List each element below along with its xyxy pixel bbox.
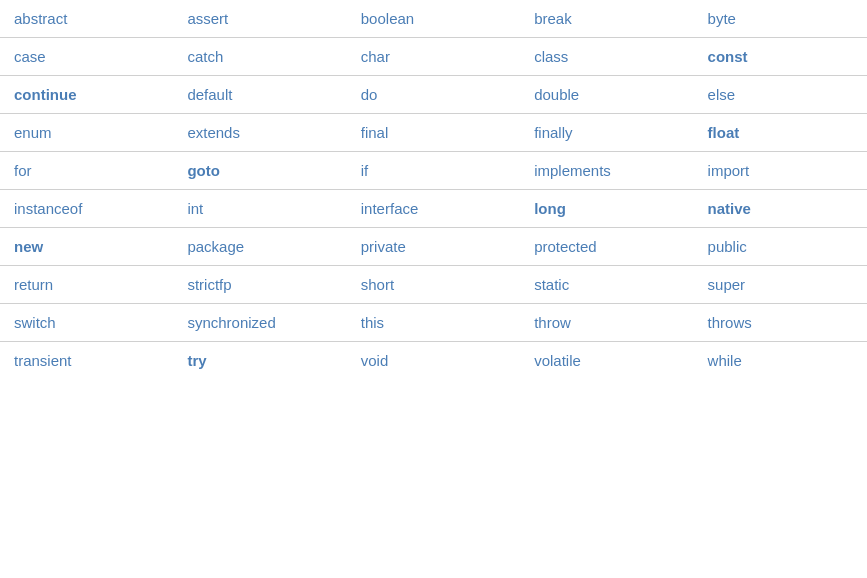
keyword-label: else bbox=[708, 86, 736, 103]
keyword-label: implements bbox=[534, 162, 611, 179]
table-cell: enum bbox=[0, 114, 173, 152]
keyword-label: catch bbox=[187, 48, 223, 65]
table-row: continuedefaultdodoubleelse bbox=[0, 76, 867, 114]
table-cell: for bbox=[0, 152, 173, 190]
keyword-label: if bbox=[361, 162, 369, 179]
table-cell: strictfp bbox=[173, 266, 346, 304]
keyword-label: switch bbox=[14, 314, 56, 331]
table-cell: public bbox=[694, 228, 867, 266]
keyword-label: byte bbox=[708, 10, 736, 27]
keyword-label: assert bbox=[187, 10, 228, 27]
table-cell: super bbox=[694, 266, 867, 304]
table-cell: void bbox=[347, 342, 520, 380]
keyword-label: interface bbox=[361, 200, 419, 217]
keyword-label: public bbox=[708, 238, 747, 255]
table-cell: else bbox=[694, 76, 867, 114]
table-cell: extends bbox=[173, 114, 346, 152]
table-cell: do bbox=[347, 76, 520, 114]
table-cell: transient bbox=[0, 342, 173, 380]
keyword-label: extends bbox=[187, 124, 240, 141]
table-row: enumextendsfinalfinallyfloat bbox=[0, 114, 867, 152]
keyword-label: strictfp bbox=[187, 276, 231, 293]
table-row: abstractassertbooleanbreakbyte bbox=[0, 0, 867, 38]
keyword-label: while bbox=[708, 352, 742, 369]
keyword-label: transient bbox=[14, 352, 72, 369]
table-row: newpackageprivateprotectedpublic bbox=[0, 228, 867, 266]
keyword-label: void bbox=[361, 352, 389, 369]
table-cell: default bbox=[173, 76, 346, 114]
keyword-label: do bbox=[361, 86, 378, 103]
table-cell: break bbox=[520, 0, 693, 38]
table-cell: import bbox=[694, 152, 867, 190]
keyword-label: return bbox=[14, 276, 53, 293]
table-cell: native bbox=[694, 190, 867, 228]
table-cell: protected bbox=[520, 228, 693, 266]
table-cell: package bbox=[173, 228, 346, 266]
keyword-label: for bbox=[14, 162, 32, 179]
table-row: switchsynchronizedthisthrowthrows bbox=[0, 304, 867, 342]
keyword-label: static bbox=[534, 276, 569, 293]
table-cell: double bbox=[520, 76, 693, 114]
table-cell: volatile bbox=[520, 342, 693, 380]
table-cell: boolean bbox=[347, 0, 520, 38]
keyword-label: continue bbox=[14, 86, 77, 103]
table-cell: synchronized bbox=[173, 304, 346, 342]
keyword-label: int bbox=[187, 200, 203, 217]
keyword-label: double bbox=[534, 86, 579, 103]
keyword-label: finally bbox=[534, 124, 572, 141]
table-cell: while bbox=[694, 342, 867, 380]
table-cell: implements bbox=[520, 152, 693, 190]
keyword-label: enum bbox=[14, 124, 52, 141]
table-cell: private bbox=[347, 228, 520, 266]
table-cell: abstract bbox=[0, 0, 173, 38]
table-cell: goto bbox=[173, 152, 346, 190]
table-cell: this bbox=[347, 304, 520, 342]
table-cell: continue bbox=[0, 76, 173, 114]
table-cell: finally bbox=[520, 114, 693, 152]
table-cell: interface bbox=[347, 190, 520, 228]
table-cell: const bbox=[694, 38, 867, 76]
keyword-label: float bbox=[708, 124, 740, 141]
keyword-label: class bbox=[534, 48, 568, 65]
keyword-label: boolean bbox=[361, 10, 414, 27]
table-cell: float bbox=[694, 114, 867, 152]
table-cell: switch bbox=[0, 304, 173, 342]
keyword-label: try bbox=[187, 352, 206, 369]
keyword-label: instanceof bbox=[14, 200, 82, 217]
keyword-label: private bbox=[361, 238, 406, 255]
keyword-label: throws bbox=[708, 314, 752, 331]
keyword-label: final bbox=[361, 124, 389, 141]
keywords-table: abstractassertbooleanbreakbytecasecatchc… bbox=[0, 0, 867, 379]
table-row: casecatchcharclassconst bbox=[0, 38, 867, 76]
table-cell: if bbox=[347, 152, 520, 190]
keyword-label: import bbox=[708, 162, 750, 179]
table-cell: new bbox=[0, 228, 173, 266]
table-cell: assert bbox=[173, 0, 346, 38]
keyword-label: long bbox=[534, 200, 566, 217]
table-cell: instanceof bbox=[0, 190, 173, 228]
table-row: forgotoifimplementsimport bbox=[0, 152, 867, 190]
table-cell: final bbox=[347, 114, 520, 152]
keyword-label: volatile bbox=[534, 352, 581, 369]
table-row: instanceofintinterfacelongnative bbox=[0, 190, 867, 228]
keyword-label: break bbox=[534, 10, 572, 27]
table-cell: throws bbox=[694, 304, 867, 342]
table-cell: short bbox=[347, 266, 520, 304]
table-cell: byte bbox=[694, 0, 867, 38]
table-row: returnstrictfpshortstaticsuper bbox=[0, 266, 867, 304]
keyword-label: goto bbox=[187, 162, 219, 179]
table-row: transienttryvoidvolatilewhile bbox=[0, 342, 867, 380]
keyword-label: synchronized bbox=[187, 314, 275, 331]
table-cell: char bbox=[347, 38, 520, 76]
keyword-label: short bbox=[361, 276, 394, 293]
table-cell: long bbox=[520, 190, 693, 228]
table-cell: throw bbox=[520, 304, 693, 342]
keyword-label: throw bbox=[534, 314, 571, 331]
keyword-label: this bbox=[361, 314, 384, 331]
keyword-label: case bbox=[14, 48, 46, 65]
table-cell: return bbox=[0, 266, 173, 304]
table-cell: catch bbox=[173, 38, 346, 76]
table-cell: try bbox=[173, 342, 346, 380]
keyword-label: abstract bbox=[14, 10, 67, 27]
keyword-label: const bbox=[708, 48, 748, 65]
